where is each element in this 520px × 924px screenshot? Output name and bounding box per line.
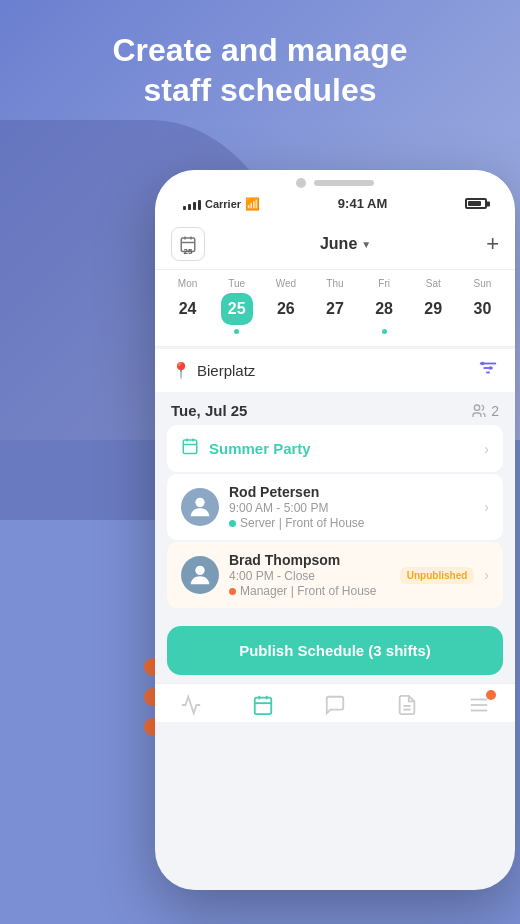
publish-schedule-button[interactable]: Publish Schedule (3 shifts) (167, 626, 503, 675)
nav-tasks[interactable] (396, 694, 418, 716)
phone-top-bar: Carrier 📶 9:41 AM (155, 170, 515, 219)
staff-time-brad: 4:00 PM - Close (229, 569, 390, 583)
calendar-date-num: 25 (184, 247, 193, 256)
staff-role-brad: Manager | Front of House (229, 584, 390, 598)
phone-mockup: Carrier 📶 9:41 AM 25 June ▼ + Mon 24 (155, 170, 515, 890)
role-dot-green (229, 520, 236, 527)
staff-count: 2 (471, 403, 499, 419)
calendar-icon-box[interactable]: 25 (171, 227, 205, 261)
notch-circle (296, 178, 306, 188)
row-chevron-brad: › (484, 567, 489, 583)
date-label: Tue, Jul 25 (171, 402, 247, 419)
date-header: Tue, Jul 25 2 (155, 392, 515, 425)
day-tue[interactable]: Tue 25 (217, 278, 257, 334)
filter-icon[interactable] (477, 359, 499, 382)
avatar-brad (181, 556, 219, 594)
week-strip: Mon 24 Tue 25 Wed 26 Thu 27 Fri 28 Sat 2… (155, 270, 515, 347)
nav-menu[interactable] (468, 694, 490, 716)
staff-count-number: 2 (491, 403, 499, 419)
month-label: June (320, 235, 357, 253)
avatar-rod (181, 488, 219, 526)
signal-bars-icon (183, 198, 201, 210)
event-name: Summer Party (209, 440, 311, 457)
carrier-area: Carrier 📶 (183, 197, 260, 211)
event-header-row[interactable]: Summer Party › (167, 425, 503, 472)
header-nav: 25 June ▼ + (155, 219, 515, 270)
svg-point-7 (481, 362, 485, 366)
event-left: Summer Party (181, 437, 311, 460)
notch-area (171, 178, 499, 192)
fri-dot (382, 329, 387, 334)
svg-rect-10 (183, 440, 197, 454)
staff-row-rod[interactable]: Rod Petersen 9:00 AM - 5:00 PM Server | … (167, 474, 503, 540)
svg-point-8 (489, 366, 493, 370)
svg-point-15 (195, 566, 204, 575)
staff-time-rod: 9:00 AM - 5:00 PM (229, 501, 474, 515)
battery-icon (465, 198, 487, 209)
day-mon[interactable]: Mon 24 (168, 278, 208, 334)
svg-point-14 (195, 498, 204, 507)
location-pin-icon: 📍 (171, 361, 191, 380)
location-bar: 📍 Bierplatz (155, 349, 515, 392)
nav-activity[interactable] (180, 694, 202, 716)
chevron-down-icon: ▼ (361, 239, 371, 250)
staff-info-brad: Brad Thompsom 4:00 PM - Close Manager | … (229, 552, 390, 598)
day-fri[interactable]: Fri 28 (364, 278, 404, 334)
add-button[interactable]: + (486, 231, 499, 257)
carrier-label: Carrier (205, 198, 241, 210)
active-day-dot (234, 329, 239, 334)
day-sat[interactable]: Sat 29 (413, 278, 453, 334)
role-dot-orange (229, 588, 236, 595)
staff-name-brad: Brad Thompsom (229, 552, 390, 568)
day-thu[interactable]: Thu 27 (315, 278, 355, 334)
event-calendar-icon (181, 437, 199, 460)
wifi-icon: 📶 (245, 197, 260, 211)
notch-pill (314, 180, 374, 186)
publish-btn-wrap: Publish Schedule (3 shifts) (155, 614, 515, 683)
location-name: Bierplatz (197, 362, 255, 379)
hero-title: Create and manage staff schedules (0, 30, 520, 110)
month-selector[interactable]: June ▼ (320, 235, 371, 253)
location-left: 📍 Bierplatz (171, 361, 255, 380)
event-section: Summer Party › Rod Petersen 9:00 AM - 5:… (155, 425, 515, 614)
nav-menu-badge (486, 690, 496, 700)
nav-messages[interactable] (324, 694, 346, 716)
staff-row-brad[interactable]: Brad Thompsom 4:00 PM - Close Manager | … (167, 542, 503, 608)
svg-rect-16 (255, 698, 272, 715)
staff-role-rod: Server | Front of House (229, 516, 474, 530)
svg-point-9 (475, 405, 480, 410)
day-sun[interactable]: Sun 30 (462, 278, 502, 334)
event-chevron-icon: › (484, 441, 489, 457)
staff-name-rod: Rod Petersen (229, 484, 474, 500)
row-chevron-rod: › (484, 499, 489, 515)
unpublished-badge: Unpublished (400, 567, 475, 584)
status-time: 9:41 AM (338, 196, 387, 211)
staff-info-rod: Rod Petersen 9:00 AM - 5:00 PM Server | … (229, 484, 474, 530)
day-wed[interactable]: Wed 26 (266, 278, 306, 334)
bottom-nav (155, 683, 515, 722)
status-bar: Carrier 📶 9:41 AM (171, 192, 499, 219)
nav-calendar[interactable] (252, 694, 274, 716)
